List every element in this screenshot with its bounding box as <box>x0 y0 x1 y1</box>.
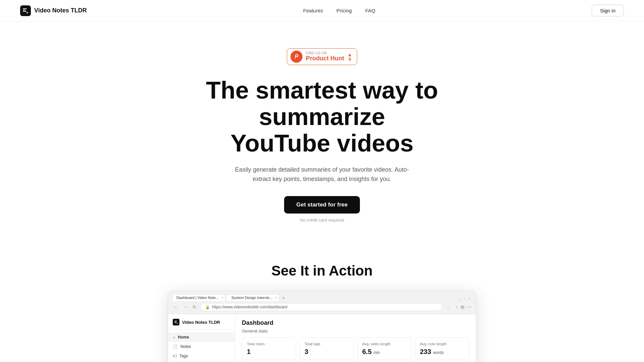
lock-icon: 🔒 <box>205 305 210 309</box>
svg-rect-4 <box>174 321 176 322</box>
stat-unit-video-length: min <box>373 350 380 355</box>
cta-button[interactable]: Get started for free <box>284 196 360 214</box>
section-title: See It in Action <box>271 263 373 279</box>
back-button[interactable]: ← <box>172 304 180 310</box>
hero-title-line1: The smartest way to summarize <box>206 77 438 130</box>
product-hunt-badge[interactable]: P FIND US ON Product Hunt ▲ 6 <box>287 48 357 65</box>
url-text: https://www.videonotestldr.com/dashboard <box>212 305 287 309</box>
bookmark-icon[interactable]: ☆ <box>446 304 451 310</box>
stat-value-tags: 3 <box>305 348 349 356</box>
hero-subtitle: Easily generate detailed summaries of yo… <box>228 165 416 184</box>
svg-rect-3 <box>174 321 177 321</box>
no-credit-card-label: No credit card required <box>300 218 344 223</box>
menu-icon[interactable]: ⋯ <box>467 304 472 310</box>
svg-rect-1 <box>23 10 26 10</box>
share-icon[interactable]: ↑ <box>455 304 458 310</box>
sidebar-item-home[interactable]: ⌂ Home <box>168 333 235 342</box>
hero-title: The smartest way to summarize YouTube vi… <box>171 77 473 157</box>
browser-action-icons: ↑ ⊞ ⋯ <box>455 304 472 310</box>
browser-tab-active[interactable]: Dashboard | Video Note... × <box>172 294 226 301</box>
stat-value-notes: 1 <box>247 348 291 356</box>
product-hunt-upvote: ▲ 6 <box>347 52 352 61</box>
product-hunt-find-label: FIND US ON <box>306 51 327 55</box>
sign-in-button[interactable]: Sign in <box>592 5 624 16</box>
stat-value-note-length: 233 words <box>420 348 464 356</box>
tab-close-icon[interactable]: × <box>221 296 223 300</box>
stat-unit-note-length: words <box>433 350 444 355</box>
logo-icon <box>20 5 31 16</box>
stat-label-note-length: Avg. note length <box>420 342 464 346</box>
svg-rect-0 <box>23 8 27 9</box>
sidebar-tags-label: Tags <box>179 354 188 358</box>
tags-icon: 🏷 <box>173 354 177 358</box>
sidebar-brand: Video Notes TLDR <box>168 319 235 330</box>
navbar: Video Notes TLDR Features Pricing FAQ Si… <box>0 0 644 21</box>
tab-close-icon-2[interactable]: × <box>275 296 277 300</box>
extension-icon[interactable]: ⊞ <box>461 304 465 310</box>
browser-url-bar[interactable]: 🔒 https://www.videonotestldr.com/dashboa… <box>200 303 442 311</box>
minimize-icon[interactable]: ⌄ <box>459 296 462 301</box>
nav-links: Features Pricing FAQ <box>303 8 375 14</box>
svg-rect-5 <box>174 322 177 323</box>
stat-value-video-length: 6.5 min <box>362 348 407 356</box>
sidebar-item-account[interactable]: 👤 Account <box>168 361 235 362</box>
browser-nav-buttons: ← → ↻ <box>172 304 198 310</box>
stat-card-video-length: Avg. video length 6.5 min <box>357 338 412 360</box>
browser-window-controls: ⌄ □ × <box>459 296 471 301</box>
stats-grid: Total notes 1 Total tags 3 Avg. video le… <box>242 338 469 360</box>
hero-section: P FIND US ON Product Hunt ▲ 6 The smarte… <box>0 21 644 243</box>
browser-topbar: Dashboard | Video Note... × System Desig… <box>172 294 472 303</box>
upvote-arrow: ▲ <box>347 52 352 57</box>
svg-rect-2 <box>23 11 26 12</box>
browser-tabs: Dashboard | Video Note... × System Desig… <box>172 294 287 301</box>
app-layout: Video Notes TLDR ⌂ Home 📄 Notes 🏷 Tags 👤… <box>168 314 476 362</box>
sidebar-logo-icon <box>173 319 179 325</box>
dashboard-subtitle: General stats <box>242 328 469 334</box>
app-main: Dashboard General stats Total notes 1 To… <box>235 314 476 362</box>
browser-controls: ← → ↻ 🔒 https://www.videonotestldr.com/d… <box>172 303 472 311</box>
dashboard-title: Dashboard <box>242 319 469 326</box>
new-tab-button[interactable]: + <box>279 294 287 301</box>
reload-button[interactable]: ↻ <box>191 304 198 310</box>
sidebar-item-notes[interactable]: 📄 Notes <box>168 342 235 351</box>
sidebar-brand-name: Video Notes TLDR <box>182 320 220 325</box>
stat-card-note-length: Avg. note length 233 words <box>415 338 469 360</box>
sidebar-home-label: Home <box>178 335 189 340</box>
nav-faq[interactable]: FAQ <box>365 8 375 13</box>
nav-logo[interactable]: Video Notes TLDR <box>20 5 87 16</box>
product-hunt-name: Product Hunt <box>306 55 344 62</box>
hero-title-line2: YouTube videos <box>230 130 413 157</box>
tab-secondary-label: System Design Intervie... <box>231 296 272 300</box>
browser-tab-secondary[interactable]: System Design Intervie... × <box>226 294 279 301</box>
browser-mockup: Dashboard | Video Note... × System Desig… <box>168 291 476 362</box>
stat-card-tags: Total tags 3 <box>300 338 354 360</box>
close-window-icon[interactable]: × <box>468 296 471 301</box>
nav-features[interactable]: Features <box>303 8 323 13</box>
home-icon: ⌂ <box>173 335 175 340</box>
sidebar-item-tags[interactable]: 🏷 Tags <box>168 351 235 361</box>
browser-chrome: Dashboard | Video Note... × System Desig… <box>168 291 476 314</box>
tab-active-label: Dashboard | Video Note... <box>176 296 219 300</box>
stat-card-notes: Total notes 1 <box>242 338 296 360</box>
brand-name: Video Notes TLDR <box>34 7 87 14</box>
stat-label-notes: Total notes <box>247 342 291 346</box>
nav-pricing[interactable]: Pricing <box>336 8 352 13</box>
action-section: See It in Action Dashboard | Video Note.… <box>0 243 644 362</box>
stat-label-tags: Total tags <box>305 342 349 346</box>
forward-button[interactable]: → <box>181 304 190 310</box>
sidebar-notes-label: Notes <box>180 344 191 349</box>
maximize-icon[interactable]: □ <box>464 296 466 301</box>
notes-icon: 📄 <box>173 344 178 349</box>
product-hunt-text: FIND US ON Product Hunt <box>306 51 344 62</box>
upvote-count: 6 <box>348 57 351 61</box>
product-hunt-logo: P <box>290 51 303 63</box>
stat-label-video-length: Avg. video length <box>362 342 407 346</box>
app-sidebar: Video Notes TLDR ⌂ Home 📄 Notes 🏷 Tags 👤… <box>168 314 235 362</box>
